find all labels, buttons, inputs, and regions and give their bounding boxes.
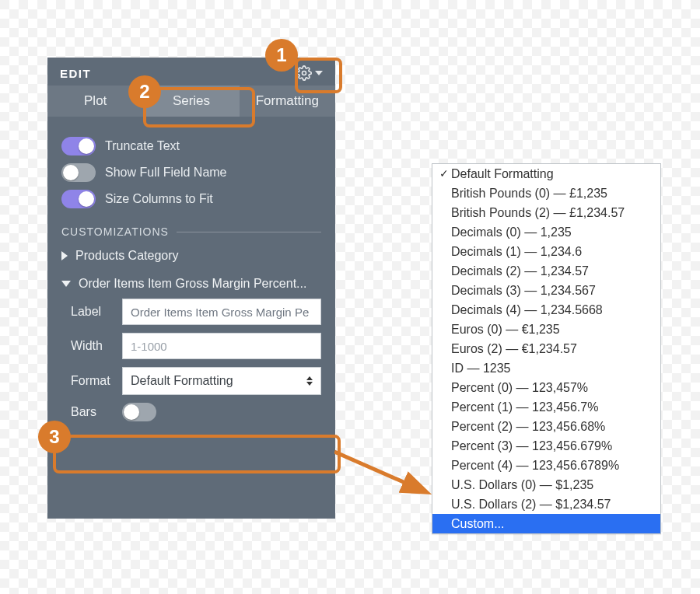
format-menu-item[interactable]: Decimals (0) — 1,235 [432,222,660,242]
format-menu-item[interactable]: Decimals (1) — 1,234.6 [432,242,660,261]
format-select[interactable]: Default Formatting [122,367,321,395]
annotation-badge-1: 1 [265,39,298,72]
svg-point-0 [303,72,306,75]
chevron-right-icon [61,251,68,260]
panel-title: EDIT [60,67,91,80]
toggle-row-truncate: Truncate Text [61,137,321,155]
format-menu-item-label: Percent (1) — 123,456.7% [451,399,656,415]
bars-toggle[interactable] [122,403,156,421]
format-menu-item[interactable]: ID — 1235 [432,358,660,378]
format-menu-item-label: Decimals (1) — 1,234.6 [451,243,656,260]
settings-button[interactable] [296,65,323,81]
panel-body: Truncate Text Show Full Field Name Size … [47,117,335,442]
annotation-badge-2: 2 [128,75,161,108]
format-menu-item[interactable]: Euros (2) — €1,234.57 [432,339,660,358]
format-menu-item-label: U.S. Dollars (2) — $1,234.57 [451,496,656,512]
bars-field-row: Bars [71,403,321,421]
order-items-label: Order Items Item Gross Margin Percent... [79,277,321,291]
format-menu-item-label: Default Formatting [451,166,656,182]
check-icon: ✓ [437,166,451,182]
truncate-toggle[interactable] [61,137,96,155]
format-menu-item[interactable]: Percent (1) — 123,456.7% [432,397,660,417]
tabs: Plot Series Formatting [47,86,335,117]
format-menu-item-label: British Pounds (0) — £1,235 [451,185,656,201]
size-cols-toggle[interactable] [61,190,96,208]
format-menu-item[interactable]: British Pounds (0) — £1,235 [432,183,660,203]
label-field-row: Label Order Items Item Gross Margin Pe [71,299,321,325]
toggle-row-showfull: Show Full Field Name [61,163,321,182]
annotation-badge-3: 3 [38,421,71,453]
chevron-down-icon [315,71,323,75]
customizations-heading: CUSTOMIZATIONS [61,225,321,238]
svg-line-2 [334,452,425,491]
format-field-row: Format Default Formatting [71,367,321,395]
format-menu-item-label: Custom... [451,515,656,532]
format-menu-item[interactable]: Percent (2) — 123,456.68% [432,417,660,436]
select-caret-icon [306,376,313,386]
order-items-expander[interactable]: Order Items Item Gross Margin Percent... [61,277,321,291]
format-menu-item-label: U.S. Dollars (0) — $1,235 [451,477,656,493]
label-input[interactable]: Order Items Item Gross Margin Pe [122,299,321,325]
format-menu-item-label: Decimals (0) — 1,235 [451,224,656,240]
customizations-text: CUSTOMIZATIONS [61,225,169,238]
format-menu-item[interactable]: U.S. Dollars (0) — $1,235 [432,475,660,494]
format-menu-item-label: Euros (2) — €1,234.57 [451,341,656,357]
format-menu-item[interactable]: Percent (0) — 123,457% [432,378,660,397]
products-category-label: Products Category [75,249,321,263]
format-menu-item[interactable]: ✓Default Formatting [432,164,660,183]
products-category-expander[interactable]: Products Category [61,249,321,263]
tab-formatting[interactable]: Formatting [240,86,335,117]
width-input[interactable]: 1-1000 [122,333,321,359]
edit-panel: EDIT Plot Series Formatting Truncate Tex… [47,58,335,519]
format-menu-item-label: Decimals (2) — 1,234.57 [451,263,656,279]
format-menu-item[interactable]: Percent (4) — 123,456.6789% [432,456,660,475]
width-field-row: Width 1-1000 [71,333,321,359]
bars-field-label: Bars [71,405,116,419]
divider [177,232,321,232]
show-full-toggle[interactable] [61,163,96,182]
format-menu-item-label: ID — 1235 [451,360,656,376]
format-select-value: Default Formatting [131,374,233,388]
toggle-row-sizecols: Size Columns to Fit [61,190,321,208]
format-menu-item-label: Percent (2) — 123,456.68% [451,418,656,435]
format-menu-item[interactable]: Decimals (2) — 1,234.57 [432,261,660,281]
format-menu-item[interactable]: Percent (3) — 123,456.679% [432,436,660,456]
format-menu-item[interactable]: Euros (0) — €1,235 [432,320,660,339]
format-menu-item-label: Euros (0) — €1,235 [451,321,656,337]
format-menu-item-label: Percent (4) — 123,456.6789% [451,457,656,473]
gear-icon [296,65,312,81]
size-cols-label: Size Columns to Fit [105,192,213,206]
format-menu-item-label: Decimals (4) — 1,234.5668 [451,302,656,318]
format-menu-item-label: British Pounds (2) — £1,234.57 [451,204,656,221]
chevron-down-icon [61,281,71,287]
format-dropdown-menu[interactable]: ✓Default FormattingBritish Pounds (0) — … [432,163,661,534]
annotation-arrow [334,448,443,510]
format-field-label: Format [71,374,116,388]
format-menu-item-label: Percent (3) — 123,456.679% [451,438,656,454]
show-full-label: Show Full Field Name [105,166,227,180]
format-menu-item[interactable]: Decimals (4) — 1,234.5668 [432,300,660,320]
format-menu-item[interactable]: U.S. Dollars (2) — $1,234.57 [432,494,660,514]
format-menu-item[interactable]: Decimals (3) — 1,234.567 [432,281,660,300]
width-field-label: Width [71,339,116,353]
truncate-label: Truncate Text [105,139,180,153]
format-menu-item[interactable]: British Pounds (2) — £1,234.57 [432,203,660,222]
label-field-label: Label [71,305,116,319]
format-menu-item[interactable]: Custom... [432,514,660,533]
format-menu-item-label: Decimals (3) — 1,234.567 [451,282,656,299]
format-menu-item-label: Percent (0) — 123,457% [451,379,656,396]
